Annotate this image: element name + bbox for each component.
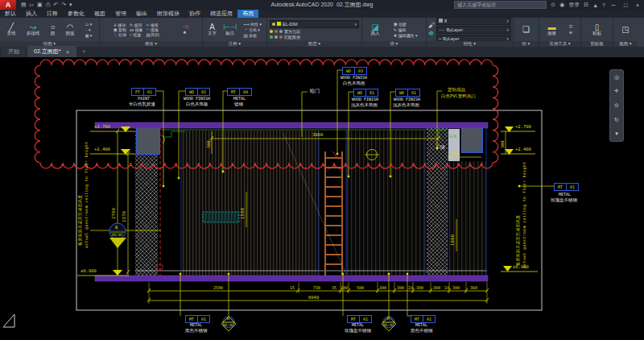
layer-name: EL-DIM: [283, 21, 298, 27]
pan-icon[interactable]: ✛: [614, 88, 619, 94]
lock-icon[interactable]: [279, 30, 283, 33]
panel-utilities-label[interactable]: 实用工具 ▾: [539, 41, 580, 47]
plot-icon[interactable]: ⎙: [46, 2, 51, 8]
panel-clipboard-label[interactable]: 剪贴板: [581, 41, 613, 47]
navbar-more-icon[interactable]: ▾: [615, 131, 618, 137]
dimension-button[interactable]: ⊢⊣标注: [223, 23, 237, 36]
text-button[interactable]: A文字: [208, 23, 217, 36]
bubble-b1-num: 05-07: [223, 324, 234, 328]
qat-dropdown-icon[interactable]: ▾: [69, 2, 72, 8]
match-layer-button[interactable]: 匹配图层: [284, 35, 300, 39]
close-button[interactable]: ×: [634, 2, 642, 8]
color-wheel-icon[interactable]: ☸: [428, 30, 435, 37]
object-color-dropdown[interactable]: 8▾: [436, 17, 511, 25]
redo-icon[interactable]: ↷: [61, 2, 66, 8]
tab-featured-apps[interactable]: 精选应用: [205, 10, 237, 18]
search-input[interactable]: 键入关键字或短语: [454, 1, 547, 9]
edit-block-item[interactable]: ✎ 编辑: [394, 27, 418, 32]
panel-modify-label[interactable]: 修改 ▾: [100, 41, 202, 47]
tab-output[interactable]: 输出: [131, 10, 152, 18]
panel-block-label[interactable]: 块 ▾: [362, 41, 426, 47]
undo-icon[interactable]: ↶: [53, 2, 58, 8]
file-tab-drawing[interactable]: 02.立面图*✕: [27, 46, 76, 57]
arc-button[interactable]: ◠圆弧: [66, 23, 75, 36]
panel-layers-label[interactable]: 图层 ▾: [267, 41, 361, 47]
quick-select-icon[interactable]: ☑: [569, 24, 572, 29]
layer-match-icon[interactable]: [270, 35, 273, 39]
rectangle-tool-icon[interactable]: ▭ ▾: [85, 22, 93, 27]
panel-groups-label[interactable]: 组 ▾: [514, 41, 539, 47]
user-icon[interactable]: ◉: [559, 2, 564, 8]
tab-view[interactable]: 视图: [89, 10, 110, 18]
set-current-layer-button[interactable]: 置为当前: [284, 29, 300, 34]
ga-text: G/A: [449, 135, 456, 139]
tab-default[interactable]: 默认: [0, 10, 21, 18]
zoom-icon[interactable]: ⊙: [614, 102, 619, 109]
bulb-icon[interactable]: [270, 30, 273, 33]
navigation-bar[interactable]: ◎ ✛ ⊙ ↻ ▾: [609, 69, 624, 142]
file-tab-start[interactable]: 开始: [2, 46, 26, 57]
minimize-button[interactable]: ─: [609, 2, 617, 8]
panel-view-label[interactable]: 视图 ▾: [613, 41, 638, 47]
hatch-tool-icon[interactable]: ▦ ▾: [85, 33, 93, 38]
layer-dropdown[interactable]: EL-DIM ▾: [270, 20, 359, 28]
signin-label[interactable]: 登录: [568, 1, 580, 9]
drawing-canvas[interactable]: ◎ ✛ ⊙ ↻ ▾: [0, 57, 644, 340]
layer-prev-icon[interactable]: [275, 35, 278, 39]
panel-layers: EL-DIM ▾ 置为当前 匹配图层 图层 ▾: [267, 18, 362, 47]
tab-addins[interactable]: 附加模块: [152, 10, 184, 18]
stretch-button[interactable]: ↘ 拉伸: [114, 32, 126, 37]
level-right-2400: +2.400: [515, 147, 531, 152]
edit-attr-item[interactable]: ❖ 编辑属性 ▾: [394, 33, 418, 38]
new-icon[interactable]: ▤: [21, 2, 27, 8]
tab-manage[interactable]: 管理: [110, 10, 131, 18]
scale-button[interactable]: ↕ 缩放: [130, 32, 142, 37]
insert-block-button[interactable]: ◪插入: [371, 23, 380, 36]
tag-wd02: WD02: [185, 88, 210, 96]
create-block-item[interactable]: ▣ 创建: [394, 22, 418, 27]
circle-button[interactable]: ○圆: [50, 23, 55, 36]
open-icon[interactable]: ▻: [30, 2, 34, 8]
autocad-logo-icon[interactable]: A: [0, 0, 16, 10]
autodesk-a-icon[interactable]: ▲: [592, 2, 598, 8]
restore-button[interactable]: □: [621, 2, 630, 8]
polyline-button[interactable]: ↝多段线: [27, 23, 40, 36]
tab-insert[interactable]: 插入: [21, 10, 42, 18]
ellipse-tool-icon[interactable]: ◌ ▾: [85, 27, 93, 32]
new-tab-icon[interactable]: ＋: [81, 48, 87, 57]
erase-icon[interactable]: ⌫: [183, 24, 188, 29]
line-button[interactable]: ╱直线: [7, 23, 16, 36]
table-item[interactable]: ▦ 表格: [244, 33, 262, 38]
tab-collaborate[interactable]: 协作: [184, 10, 205, 18]
panel-properties-label[interactable]: 特性 ▾: [427, 41, 513, 47]
explode-icon[interactable]: ✸: [183, 30, 188, 35]
search-icon[interactable]: ⊙: [551, 2, 555, 8]
freeze-icon[interactable]: [275, 30, 278, 33]
measure-button[interactable]: ▬测量: [547, 23, 556, 36]
close-tab-icon[interactable]: ✕: [65, 49, 69, 55]
orbit-icon[interactable]: ↻: [614, 117, 619, 123]
tag-mt01-side-type: METAL: [559, 193, 571, 197]
steering-wheel-icon[interactable]: ◎: [614, 74, 619, 81]
dim-seg: 730: [313, 286, 320, 290]
save-icon[interactable]: ▣: [37, 2, 43, 8]
linetype-dropdown[interactable]: ──ByLayer▾: [436, 26, 511, 34]
appstore-cart-icon[interactable]: ⊟: [584, 2, 588, 8]
tab-layout[interactable]: 布局: [237, 10, 258, 18]
paste-button[interactable]: ▯粘贴: [592, 23, 601, 36]
match-properties-icon[interactable]: 🖌: [428, 22, 435, 29]
wood-panel-c: [448, 161, 486, 276]
dim-seg: 35: [332, 286, 336, 290]
layer-iso-icon[interactable]: [279, 35, 283, 39]
leader-item[interactable]: ↗ 引线 ▾: [244, 27, 262, 32]
linear-dim-item[interactable]: ⟷ 线性 ▾: [244, 22, 262, 27]
tab-annotate[interactable]: 注释: [42, 10, 63, 18]
base-view-button[interactable]: ◳: [621, 25, 629, 34]
array-button[interactable]: ▦ 阵列: [146, 32, 159, 37]
panel-annotate-label[interactable]: 注释 ▾: [203, 41, 266, 47]
tab-parametric[interactable]: 参数化: [63, 10, 89, 18]
dim-seg: 300: [416, 286, 423, 290]
id-point-icon[interactable]: ⊕: [569, 30, 572, 35]
group-button[interactable]: ❏: [522, 25, 530, 34]
help-icon[interactable]: ?: [602, 2, 605, 8]
